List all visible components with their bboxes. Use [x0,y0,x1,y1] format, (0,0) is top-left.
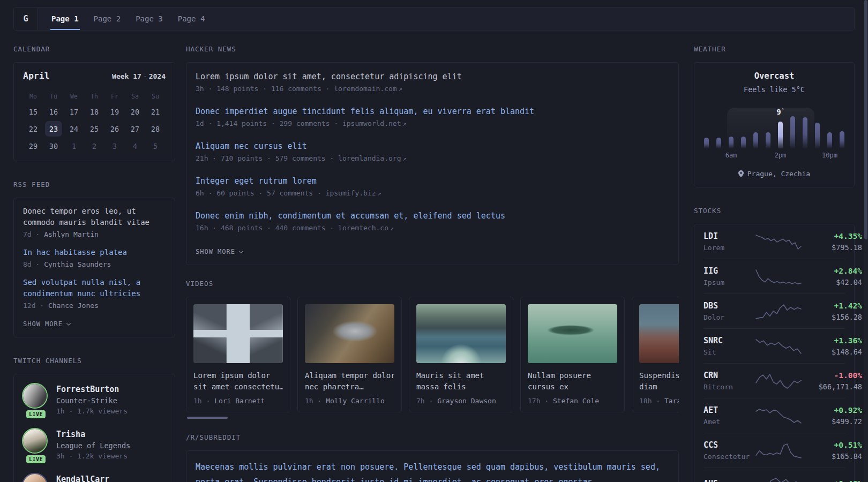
video-thumbnail[interactable] [305,304,394,363]
calendar-day: 20 [125,104,145,119]
stock-symbol[interactable]: LDI [704,231,755,241]
rss-item-title[interactable]: In hac habitasse platea [23,247,166,258]
stock-symbol[interactable]: IIG [704,266,755,276]
stock-symbol[interactable]: AHS [704,479,755,482]
calendar-day: 3 [104,138,125,154]
video-card[interactable]: Suspendissediam 18h · Tara [632,297,679,412]
rss-item-title[interactable]: Sed volutpat nulla nisl, a condimentum n… [23,277,166,299]
weather-feels-like: Feels like 5°C [703,85,845,94]
video-thumbnail[interactable] [416,304,506,363]
calendar-day: 2 [84,138,104,154]
channel-game[interactable]: Counter-Strike [56,396,128,405]
video-title[interactable]: Suspendissediam [639,370,679,393]
weather-bar [827,132,832,148]
avatar[interactable]: LIVE [23,429,49,460]
video-title[interactable]: Nullam posuerecursus ex [528,370,617,393]
video-card[interactable]: Lorem ipsum dolorsit amet consectetu… 1h… [186,297,290,412]
stock-symbol[interactable]: CCS [704,440,755,450]
video-card[interactable]: Mauris sit ametmassa felis 7h · Grayson … [409,297,513,412]
calendar-weekday: Th [84,92,104,101]
stocks-widget: LDILorem +4.35%$795.18 IIGIpsum +2.84%$4… [694,224,855,482]
hn-item-title[interactable]: Lorem ipsum dolor sit amet, consectetur … [196,71,669,82]
rss-item-meta: 8d · Cynthia Saunders [23,260,166,268]
calendar-weekday: Tu [43,92,64,101]
channel-info: Trisha League of Legends 3h · 1.2k viewe… [56,429,130,460]
page-scrollbar-thumb[interactable] [864,0,867,239]
hn-show-more-button[interactable]: SHOW MORE [196,248,243,255]
page-scrollbar[interactable] [864,0,868,482]
avatar[interactable]: LIVE [23,384,49,415]
hn-item-meta[interactable]: 3h · 148 points · 116 comments · loremdo… [196,85,669,93]
weather-bar [766,132,770,148]
video-meta: 17h · Stefan Cole [528,397,617,405]
channel-game[interactable]: League of Legends [56,441,130,450]
video-meta: 7h · Grayson Dawson [416,397,506,405]
tab-page-3[interactable]: Page 3 [134,7,164,30]
stock-change: +0.51% [802,441,862,449]
video-meta: 18h · Tara [639,397,679,405]
video-thumbnail[interactable] [193,304,283,363]
hn-item-title[interactable]: Integer eget rutrum lorem [196,175,669,187]
calendar-day: 24 [64,121,84,137]
twitch-channel-row[interactable]: LIVE Trisha League of Legends 3h · 1.2k … [23,429,166,460]
stock-sparkline [755,475,802,482]
channel-name[interactable]: KendallCarr [56,475,109,482]
hackernews-section-title: HACKER NEWS [186,45,679,53]
stock-change: +0.46% [802,479,862,482]
hn-item-meta[interactable]: 6h · 60 points · 57 comments · ipsumify.… [196,189,669,197]
calendar-weekday: Sa [125,92,145,101]
stock-sparkline [755,302,802,321]
stock-name: Amet [704,418,755,426]
avatar[interactable]: LIVE [23,474,49,482]
live-badge: LIVE [26,455,46,463]
stock-name: Sit [704,348,755,356]
videos-scrollbar[interactable] [186,417,679,419]
video-card[interactable]: Nullam posuerecursus ex 17h · Stefan Col… [520,297,625,412]
tab-page-2[interactable]: Page 2 [93,7,122,30]
video-title[interactable]: Aliquam tempor dolornec pharetra… [305,370,394,393]
twitch-section-title: TWITCH CHANNELS [13,357,175,365]
stock-row: SNRCSit +1.36%$148.64 [704,328,845,363]
video-thumbnail[interactable] [528,304,617,363]
rss-item-meta: 12d · Chance Jones [23,302,166,310]
stock-symbol[interactable]: SNRC [704,336,755,345]
twitch-channel-row[interactable]: LIVE KendallCarr [23,474,166,482]
weather-bar [741,137,746,148]
stock-symbol[interactable]: DBS [704,301,755,311]
subreddit-post-title[interactable]: Maecenas mollis pulvinar erat non posuer… [196,460,669,482]
calendar-day: 25 [84,121,104,137]
stock-symbol[interactable]: AET [704,405,755,415]
weather-chart-bars: 9°6am2pm10pm [704,115,844,148]
hn-item-title[interactable]: Donec imperdiet augue tincidunt felis al… [196,106,669,117]
twitch-channel-row[interactable]: LIVE ForrestBurton Counter-Strike 1h · 1… [23,384,166,415]
weather-condition: Overcast [703,71,845,81]
external-link-icon: ↗ [390,224,394,232]
calendar-weekday: Fr [104,92,125,101]
channel-name[interactable]: ForrestBurton [56,385,128,394]
rss-item-title[interactable]: Donec tempor eros leo, ut commodo mauris… [23,206,166,228]
video-title[interactable]: Mauris sit ametmassa felis [416,370,506,393]
channel-avatar-image [23,384,47,408]
video-meta: 1h · Lori Barnett [193,397,283,405]
weather-section-title: WEATHER [694,45,855,53]
videos-section-title: VIDEOS [186,280,679,288]
rss-item: Donec tempor eros leo, ut commodo mauris… [23,206,166,238]
hn-item-meta[interactable]: 16h · 468 points · 440 comments · loremt… [196,224,669,232]
hn-item-title[interactable]: Aliquam nec cursus elit [196,140,669,152]
hn-item-meta[interactable]: 21h · 710 points · 579 comments · loreml… [196,154,669,162]
calendar-weekday: Mo [23,92,43,101]
hn-item-title[interactable]: Donec enim nibh, condimentum et accumsan… [196,210,669,222]
stock-name: Lorem [704,244,755,252]
stock-symbol[interactable]: CRN [704,371,755,380]
stock-change: +0.92% [802,406,862,415]
videos-scrollbar-thumb[interactable] [187,417,228,419]
video-thumbnail[interactable] [639,304,679,363]
hn-item-meta[interactable]: 1d · 1,414 points · 299 comments · ipsum… [196,119,669,127]
stock-row: DBSDolor +1.42%$156.28 [704,293,845,328]
tab-page-1[interactable]: Page 1 [50,7,80,30]
video-title[interactable]: Lorem ipsum dolorsit amet consectetu… [193,370,283,393]
channel-name[interactable]: Trisha [56,430,130,439]
tab-page-4[interactable]: Page 4 [177,7,206,30]
video-card[interactable]: Aliquam tempor dolornec pharetra… 1h · M… [297,297,402,412]
rss-show-more-button[interactable]: SHOW MORE [23,320,70,328]
